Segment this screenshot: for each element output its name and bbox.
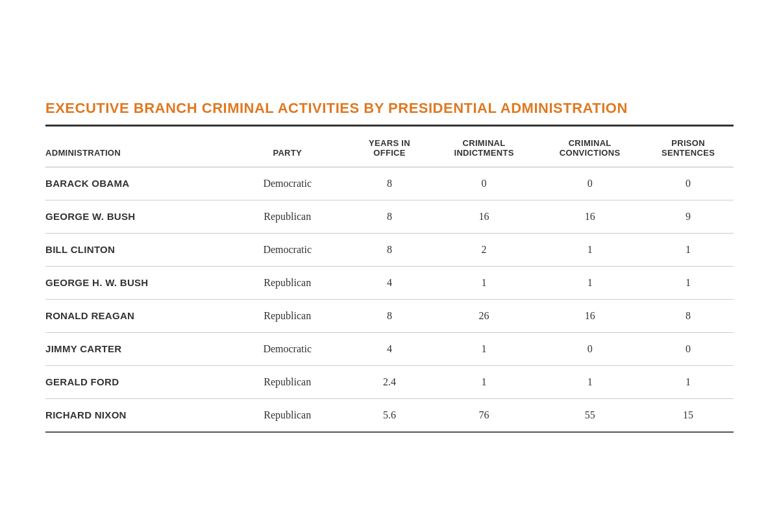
main-container: EXECUTIVE BRANCH CRIMINAL ACTIVITIES BY … — [32, 80, 747, 452]
cell-convictions: 16 — [537, 200, 643, 233]
cell-sentences: 1 — [643, 266, 734, 299]
cell-party: Republican — [227, 398, 348, 432]
cell-sentences: 15 — [643, 398, 734, 432]
cell-sentences: 0 — [643, 167, 734, 200]
cell-years: 4 — [348, 332, 431, 365]
cell-indictments: 26 — [431, 299, 537, 332]
cell-administration: BARACK OBAMA — [45, 167, 227, 200]
cell-party: Democratic — [227, 332, 348, 365]
cell-sentences: 1 — [643, 365, 734, 398]
cell-indictments: 1 — [431, 332, 537, 365]
col-header-party: PARTY — [227, 127, 348, 167]
cell-administration: BILL CLINTON — [45, 233, 227, 266]
table-row: GERALD FORDRepublican2.4111 — [45, 365, 734, 398]
col-header-years: YEARS IN OFFICE — [348, 127, 431, 167]
cell-sentences: 8 — [643, 299, 734, 332]
cell-convictions: 55 — [537, 398, 643, 432]
cell-indictments: 0 — [431, 167, 537, 200]
page-title: EXECUTIVE BRANCH CRIMINAL ACTIVITIES BY … — [45, 100, 734, 117]
data-table: ADMINISTRATION PARTY YEARS IN OFFICE CRI… — [45, 127, 734, 433]
col-header-sentences: PRISON SENTENCES — [643, 127, 734, 167]
cell-party: Republican — [227, 365, 348, 398]
cell-administration: GEORGE H. W. BUSH — [45, 266, 227, 299]
cell-indictments: 2 — [431, 233, 537, 266]
col-header-convictions: CRIMINAL CONVICTIONS — [537, 127, 643, 167]
cell-administration: RICHARD NIXON — [45, 398, 227, 432]
cell-years: 4 — [348, 266, 431, 299]
cell-convictions: 1 — [537, 266, 643, 299]
cell-years: 8 — [348, 233, 431, 266]
table-row: BARACK OBAMADemocratic8000 — [45, 167, 734, 200]
cell-convictions: 1 — [537, 233, 643, 266]
table-header-row: ADMINISTRATION PARTY YEARS IN OFFICE CRI… — [45, 127, 734, 167]
cell-years: 8 — [348, 299, 431, 332]
table-body: BARACK OBAMADemocratic8000GEORGE W. BUSH… — [45, 167, 734, 432]
cell-party: Republican — [227, 266, 348, 299]
cell-administration: RONALD REAGAN — [45, 299, 227, 332]
cell-years: 8 — [348, 167, 431, 200]
cell-administration: GERALD FORD — [45, 365, 227, 398]
cell-party: Democratic — [227, 233, 348, 266]
cell-indictments: 1 — [431, 266, 537, 299]
cell-years: 8 — [348, 200, 431, 233]
cell-indictments: 16 — [431, 200, 537, 233]
cell-sentences: 9 — [643, 200, 734, 233]
cell-party: Republican — [227, 299, 348, 332]
cell-party: Democratic — [227, 167, 348, 200]
cell-sentences: 0 — [643, 332, 734, 365]
table-row: RICHARD NIXONRepublican5.6765515 — [45, 398, 734, 432]
col-header-indictments: CRIMINAL INDICTMENTS — [431, 127, 537, 167]
cell-years: 5.6 — [348, 398, 431, 432]
cell-convictions: 1 — [537, 365, 643, 398]
table-row: GEORGE H. W. BUSHRepublican4111 — [45, 266, 734, 299]
cell-convictions: 16 — [537, 299, 643, 332]
cell-party: Republican — [227, 200, 348, 233]
table-row: JIMMY CARTERDemocratic4100 — [45, 332, 734, 365]
cell-convictions: 0 — [537, 167, 643, 200]
cell-indictments: 1 — [431, 365, 537, 398]
table-row: RONALD REAGANRepublican826168 — [45, 299, 734, 332]
table-row: GEORGE W. BUSHRepublican816169 — [45, 200, 734, 233]
col-header-administration: ADMINISTRATION — [45, 127, 227, 167]
cell-convictions: 0 — [537, 332, 643, 365]
cell-sentences: 1 — [643, 233, 734, 266]
cell-years: 2.4 — [348, 365, 431, 398]
cell-administration: GEORGE W. BUSH — [45, 200, 227, 233]
cell-indictments: 76 — [431, 398, 537, 432]
cell-administration: JIMMY CARTER — [45, 332, 227, 365]
table-row: BILL CLINTONDemocratic8211 — [45, 233, 734, 266]
